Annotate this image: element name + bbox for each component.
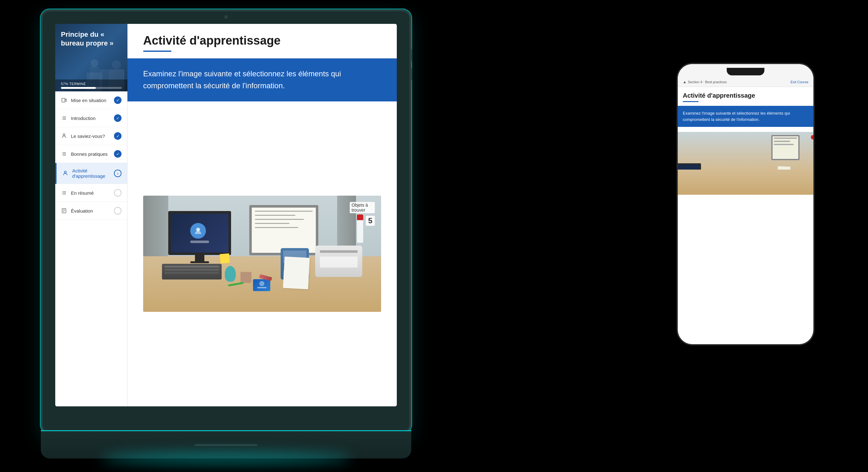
nav-item-label: Mise en situation <box>71 98 114 103</box>
laptop-body: Principe du « bureau propre » 57% TERMIN… <box>41 9 411 433</box>
nav-item-activite-apprentissage[interactable]: Activité d'apprentissage › <box>55 163 127 184</box>
progress-bar <box>61 87 122 89</box>
mouse <box>225 266 236 282</box>
svg-point-12 <box>63 134 65 136</box>
phone-exit-button[interactable]: Exit Course <box>790 80 808 84</box>
phone-notch <box>727 68 765 76</box>
nav-check-pending-icon <box>114 189 122 197</box>
nav-item-le-saviez-vous[interactable]: Le saviez-vous? ✓ <box>55 127 127 145</box>
phone-screen: ▲ Section 4 · Best practices Exit Course… <box>678 64 813 344</box>
nav-check-completed-icon: ✓ <box>114 114 122 122</box>
phone-underline <box>683 101 699 102</box>
progress-bar-fill <box>357 214 363 220</box>
person-icon <box>61 133 67 139</box>
phone-top-left: ▲ Section 4 · Best practices <box>683 80 727 84</box>
phone-title: Activité d'apprentissage <box>683 92 808 99</box>
svg-point-19 <box>64 171 66 173</box>
objects-label: Objets à trouver <box>350 202 375 213</box>
phone-body: ▲ Section 4 · Best practices Exit Course… <box>677 63 815 346</box>
svg-point-2 <box>91 59 98 67</box>
coffee-cup <box>241 272 251 283</box>
svg-rect-5 <box>62 98 65 102</box>
nav-item-label: Bonnes pratiques <box>71 151 114 157</box>
papers-stack[interactable] <box>283 257 310 289</box>
nav-check-completed-icon: ✓ <box>114 150 122 158</box>
nav-item-mise-en-situation[interactable]: Mise en situation ✓ <box>55 91 127 109</box>
monitor-avatar-icon <box>190 223 206 239</box>
scene: Principe du « bureau propre » 57% TERMIN… <box>0 0 868 472</box>
sidebar-nav: Mise en situation ✓ <box>55 91 127 406</box>
video-icon <box>61 97 67 103</box>
content-title: Activité d'apprentissage <box>143 34 381 48</box>
content-description: Examinez l'image suivante et sélectionne… <box>143 68 381 92</box>
printer[interactable] <box>315 245 362 277</box>
nav-item-evaluation[interactable]: Évaluation <box>55 202 127 220</box>
content-image-area: Objets à trouver 5 <box>127 101 397 406</box>
laptop-base-line <box>195 444 257 446</box>
sticky-note[interactable] <box>220 254 230 264</box>
printer-slot <box>320 250 358 253</box>
nav-check-completed-icon: ✓ <box>114 96 122 104</box>
nav-item-en-resume[interactable]: En résumé <box>55 184 127 202</box>
objects-to-find-counter: Objets à trouver 5 <box>350 202 375 243</box>
course-title: Principe du « bureau propre » <box>61 30 127 48</box>
laptop-notch <box>224 15 228 19</box>
phone-main: Activité d'apprentissage Examinez l'imag… <box>678 87 813 132</box>
phone-blue-band: Examinez l'image suivante et sélectionne… <box>678 106 813 127</box>
svg-point-4 <box>112 60 121 69</box>
list-icon-3 <box>61 190 67 196</box>
nav-item-label: Évaluation <box>71 208 114 213</box>
chevron-up-icon[interactable]: ▲ <box>683 80 687 84</box>
list-icon-2 <box>61 151 67 157</box>
title-underline <box>143 51 172 52</box>
nav-check-completed-icon: ✓ <box>114 132 122 140</box>
nav-item-label: Le saviez-vous? <box>71 134 114 139</box>
monitor-screen <box>168 211 231 255</box>
phone: ▲ Section 4 · Best practices Exit Course… <box>677 63 815 346</box>
list-icon <box>61 115 67 121</box>
whiteboard[interactable] <box>249 205 318 255</box>
phone-description: Examinez l'image suivante et sélectionne… <box>683 110 808 122</box>
keyboard[interactable] <box>162 264 222 279</box>
content-header: Activité d'apprentissage <box>127 24 397 58</box>
monitor-base <box>190 261 209 263</box>
nav-item-label: Introduction <box>71 116 114 121</box>
whiteboard-lines <box>252 208 316 234</box>
teal-glow <box>100 452 351 465</box>
nav-item-label: Activité d'apprentissage <box>72 168 114 179</box>
objects-count: 5 <box>366 216 375 226</box>
sidebar-header: Principe du « bureau propre » 57% TERMIN… <box>55 24 127 91</box>
main-content: Activité d'apprentissage Examinez l'imag… <box>127 24 397 406</box>
svg-rect-1 <box>90 66 99 79</box>
laptop-side-btn-mid <box>410 68 412 80</box>
progress-label: 57% TERMINÉ <box>61 82 122 86</box>
phone-desk-scene[interactable] <box>678 132 813 195</box>
laptop-side-btn-top <box>410 49 412 62</box>
phone-top-bar: ▲ Section 4 · Best practices Exit Course <box>678 64 813 87</box>
content-blue-band: Examinez l'image suivante et sélectionne… <box>127 58 397 101</box>
nav-item-bonnes-pratiques[interactable]: Bonnes pratiques ✓ <box>55 145 127 163</box>
laptop: Principe du « bureau propre » 57% TERMIN… <box>41 9 411 459</box>
nav-check-inprogress-icon: › <box>114 170 122 177</box>
phone-desk-surface <box>678 170 813 195</box>
person-icon-2 <box>62 170 68 176</box>
cubicle-left <box>143 196 168 265</box>
sidebar: Principe du « bureau propre » 57% TERMIN… <box>55 24 127 406</box>
monitor-stand <box>195 255 205 261</box>
nav-item-introduction[interactable]: Introduction ✓ <box>55 109 127 127</box>
phone-whiteboard-icon <box>771 135 800 160</box>
progress-fill <box>61 87 96 89</box>
nav-item-label: En résumé <box>71 190 114 196</box>
nav-check-pending-icon <box>114 207 122 214</box>
desk-scene[interactable]: Objets à trouver 5 <box>143 196 381 312</box>
progress-container: 57% TERMINÉ <box>55 80 127 91</box>
laptop-screen: Principe du « bureau propre » 57% TERMIN… <box>55 24 397 406</box>
phone-section-label: Section 4 · Best practices <box>688 80 727 84</box>
quiz-icon <box>61 208 67 214</box>
phone-indicator-icon <box>811 135 813 140</box>
id-card[interactable] <box>253 279 270 291</box>
